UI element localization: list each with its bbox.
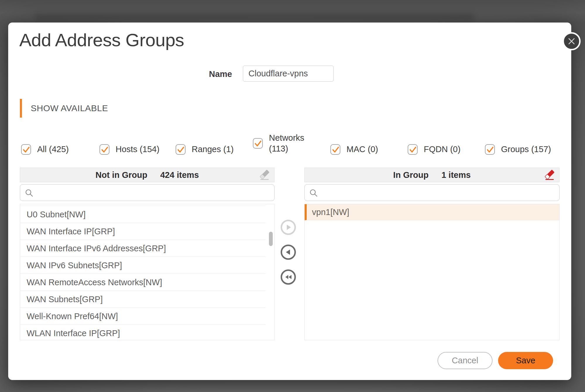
clear-search-right-button[interactable] (543, 169, 556, 181)
check-icon (100, 145, 109, 154)
show-available-section: SHOW AVAILABLE (20, 99, 108, 118)
in-group-list: vpn1[NW] (304, 204, 560, 340)
list-item[interactable]: Well-Known Pref64[NW] (20, 308, 265, 325)
save-button[interactable]: Save (498, 352, 553, 369)
arrow-left-icon (284, 248, 292, 256)
check-icon (176, 145, 185, 154)
filter-networks-checkbox[interactable] (253, 138, 263, 149)
close-icon (568, 37, 575, 45)
double-arrow-left-icon (284, 273, 292, 281)
eraser-icon (259, 169, 270, 181)
in-group-header: In Group 1 items (304, 168, 560, 182)
list-item[interactable]: WAN IPv6 Subnets[GRP] (20, 257, 265, 274)
in-group-panel: In Group 1 items vpn1[NW] (304, 168, 560, 340)
filter-label: FQDN (0) (424, 144, 461, 155)
filter-mac[interactable]: MAC (0) (330, 144, 378, 155)
move-all-left-button[interactable] (281, 269, 296, 285)
search-input-left[interactable] (37, 185, 272, 201)
name-input[interactable] (243, 66, 334, 82)
panel-title: Not in Group (95, 170, 147, 180)
in-group-searchbox (304, 184, 560, 201)
search-icon (309, 189, 318, 197)
clear-search-left-button[interactable] (258, 169, 271, 181)
filter-groups-checkbox[interactable] (485, 144, 495, 155)
check-icon (331, 145, 340, 154)
filter-label: Networks (113) (269, 133, 308, 154)
left-list-scrollbar-thumb[interactable] (269, 232, 273, 246)
list-item[interactable]: WAN Subnets[GRP] (20, 291, 265, 308)
filter-ranges-checkbox[interactable] (176, 144, 186, 155)
filter-networks[interactable]: Networks (113) (253, 131, 308, 156)
filter-label: MAC (0) (346, 144, 378, 155)
check-icon (408, 145, 417, 154)
filter-label: All (425) (37, 144, 69, 155)
filter-fqdn-checkbox[interactable] (408, 144, 418, 155)
dimmed-toolbar-silhouette (35, 13, 474, 21)
section-accent-bar (20, 99, 22, 118)
not-in-group-panel: Not in Group 424 items U0 Subne (20, 168, 275, 340)
name-label: Name (172, 69, 232, 79)
filter-mac-checkbox[interactable] (330, 144, 340, 155)
filter-ranges[interactable]: Ranges (1) (176, 144, 234, 155)
search-icon (25, 189, 34, 197)
close-button[interactable] (562, 32, 581, 50)
filter-all-checkbox[interactable] (21, 144, 31, 155)
not-in-group-list: U0 Subnet[NW] WAN Interface IP[GRP] WAN … (20, 204, 275, 340)
list-item[interactable]: WLAN Interface IP[GRP] (20, 325, 265, 340)
list-item[interactable]: U0 Subnet[NW] (20, 206, 265, 223)
filter-fqdn[interactable]: FQDN (0) (408, 144, 461, 155)
check-icon (486, 145, 494, 154)
filter-hosts-checkbox[interactable] (99, 144, 109, 155)
section-title: SHOW AVAILABLE (31, 103, 108, 113)
cancel-button[interactable]: Cancel (438, 352, 493, 369)
arrow-right-icon (284, 223, 292, 231)
eraser-red-icon (544, 169, 555, 181)
filter-groups[interactable]: Groups (157) (485, 144, 551, 155)
dialog-title: Add Address Groups (19, 30, 184, 50)
check-icon (253, 139, 262, 148)
not-in-group-header: Not in Group 424 items (20, 168, 275, 182)
filter-hosts[interactable]: Hosts (154) (99, 144, 159, 155)
move-right-button[interactable] (281, 220, 296, 235)
list-item[interactable]: WAN Interface IPv6 Addresses[GRP] (20, 240, 265, 257)
panel-title: In Group (393, 170, 429, 180)
list-item-selected[interactable]: vpn1[NW] (305, 204, 559, 220)
move-left-button[interactable] (281, 245, 296, 260)
add-address-groups-dialog: Add Address Groups Name SHOW AVAILABLE A… (8, 23, 571, 380)
not-in-group-searchbox (20, 184, 275, 201)
list-item[interactable]: WAN RemoteAccess Networks[NW] (20, 274, 265, 291)
filter-label: Groups (157) (501, 144, 551, 155)
list-item[interactable]: WAN Interface IP[GRP] (20, 223, 265, 240)
check-icon (22, 145, 30, 154)
filter-label: Hosts (154) (116, 144, 159, 155)
filter-all[interactable]: All (425) (21, 144, 69, 155)
search-input-right[interactable] (321, 185, 557, 201)
panel-item-count: 424 items (160, 170, 199, 180)
panel-item-count: 1 items (441, 170, 471, 180)
filter-label: Ranges (1) (192, 144, 234, 155)
